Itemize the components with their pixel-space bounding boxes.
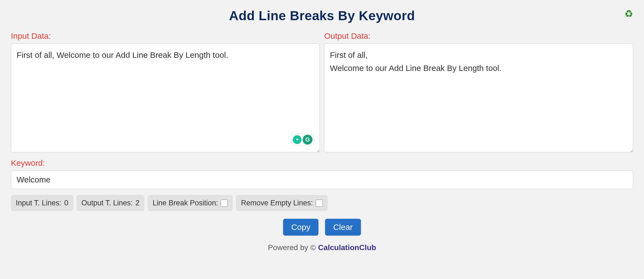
output-data-textarea[interactable] xyxy=(324,43,633,152)
output-lines-value: 2 xyxy=(135,199,139,207)
grammarly-g-icon: G xyxy=(303,135,312,145)
line-break-position-checkbox[interactable] xyxy=(221,200,228,207)
remove-empty-lines-checkbox[interactable] xyxy=(316,200,323,207)
keyword-input[interactable] xyxy=(11,170,633,189)
footer-brand-link[interactable]: CalculationClub xyxy=(318,243,376,252)
remove-empty-lines-pill: Remove Empty Lines: xyxy=(236,195,327,211)
grammarly-badge[interactable]: ✦ G xyxy=(291,133,314,146)
input-data-label: Input Data: xyxy=(11,31,320,41)
input-lines-pill: Input T. Lines: 0 xyxy=(11,195,73,211)
grammarly-bulb-icon: ✦ xyxy=(293,135,302,144)
output-lines-label: Output T. Lines: xyxy=(81,199,133,207)
output-data-label: Output Data: xyxy=(324,31,633,41)
output-lines-pill: Output T. Lines: 2 xyxy=(77,195,145,211)
keyword-label: Keyword: xyxy=(11,158,633,168)
remove-empty-lines-label: Remove Empty Lines: xyxy=(241,199,313,207)
input-lines-value: 0 xyxy=(64,199,68,207)
input-lines-label: Input T. Lines: xyxy=(16,199,62,207)
line-break-position-label: Line Break Position: xyxy=(153,199,218,207)
line-break-position-pill: Line Break Position: xyxy=(148,195,233,211)
copy-button[interactable]: Copy xyxy=(283,219,318,236)
input-data-textarea[interactable] xyxy=(11,43,320,152)
footer-prefix: Powered by © xyxy=(268,243,318,252)
clear-button[interactable]: Clear xyxy=(325,219,361,236)
recycle-icon[interactable]: ♻ xyxy=(624,8,633,20)
footer: Powered by © CalculationClub xyxy=(11,243,633,252)
page-title: Add Line Breaks By Keyword xyxy=(11,8,633,23)
